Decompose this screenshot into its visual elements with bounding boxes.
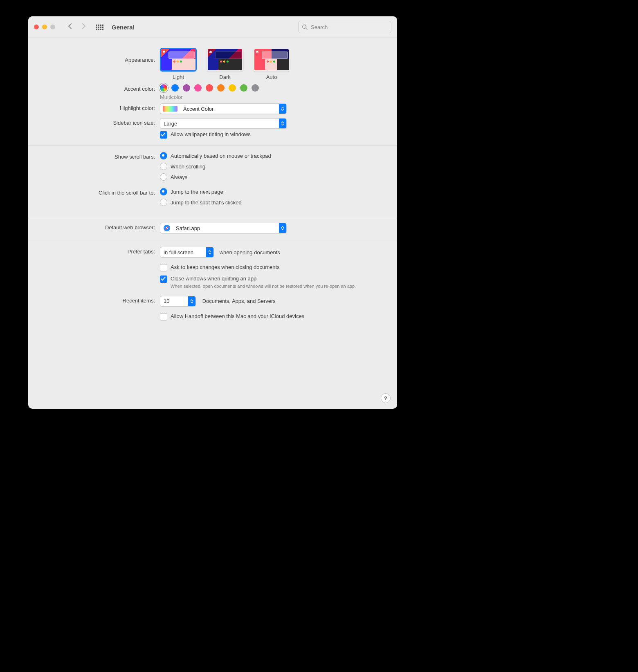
close-on-quit-label: Close windows when quitting an app: [171, 276, 256, 282]
forward-button[interactable]: [81, 23, 86, 31]
show-all-button[interactable]: [96, 25, 103, 30]
divider: [28, 240, 397, 240]
highlight-popup[interactable]: Accent Color: [160, 103, 287, 114]
nav-buttons: [67, 23, 86, 31]
popup-stepper-icon: [279, 119, 286, 128]
popup-stepper-icon: [279, 104, 286, 114]
search-icon: [302, 24, 308, 30]
prefertabs-suffix: when opening documents: [220, 249, 280, 255]
appearance-option-dark[interactable]: 🟏 Dark: [207, 48, 243, 80]
scrollclick-page-radio[interactable]: [160, 188, 167, 195]
sidebar-size-value: Large: [160, 121, 279, 127]
browser-value: Safari.app: [173, 225, 279, 231]
scrollbars-label: Show scroll bars:: [36, 152, 160, 160]
browser-popup[interactable]: Safari.app: [160, 223, 287, 233]
divider: [28, 145, 397, 146]
chevron-right-icon: [81, 23, 86, 29]
titlebar: General: [28, 16, 397, 38]
recent-popup[interactable]: 10: [160, 296, 196, 307]
popup-stepper-icon: [206, 247, 213, 257]
scrollbars-scrolling-radio[interactable]: [160, 163, 167, 170]
accent-label: Accent color:: [36, 84, 160, 92]
scrollclick-page-label: Jump to the next page: [171, 189, 223, 195]
help-icon: ?: [384, 395, 387, 401]
window-controls: [34, 25, 55, 29]
safari-icon: [164, 225, 170, 231]
scrollclick-label: Click in the scroll bar to:: [36, 188, 160, 196]
zoom-window-button[interactable]: [50, 25, 55, 29]
close-window-button[interactable]: [34, 25, 39, 29]
scrollclick-spot-radio[interactable]: [160, 199, 167, 206]
search-input[interactable]: [310, 24, 388, 31]
accent-green[interactable]: [240, 84, 247, 92]
popup-stepper-icon: [188, 296, 195, 306]
search-field[interactable]: [298, 21, 391, 33]
chevron-left-icon: [67, 23, 72, 29]
accent-yellow[interactable]: [229, 84, 236, 92]
scrollbars-auto-radio[interactable]: [160, 152, 167, 159]
accent-purple[interactable]: [183, 84, 190, 92]
accent-red[interactable]: [206, 84, 213, 92]
ask-keep-changes-label: Ask to keep changes when closing documen…: [171, 264, 280, 270]
close-on-quit-checkbox[interactable]: [160, 276, 167, 283]
sidebar-size-popup[interactable]: Large: [160, 118, 287, 129]
appearance-thumb-auto: 🟏: [253, 48, 290, 72]
accent-orange[interactable]: [217, 84, 225, 92]
browser-label: Default web browser:: [36, 223, 160, 231]
appearance-thumb-dark: 🟏: [207, 48, 243, 72]
recent-suffix: Documents, Apps, and Servers: [202, 298, 276, 304]
close-on-quit-hint: When selected, open documents and window…: [171, 283, 356, 289]
highlight-label: Highlight color:: [36, 103, 160, 111]
scrollclick-spot-label: Jump to the spot that's clicked: [171, 199, 242, 206]
recent-label: Recent items:: [36, 296, 160, 304]
back-button[interactable]: [67, 23, 72, 31]
scrollbars-always-radio[interactable]: [160, 173, 167, 181]
appearance-caption-light: Light: [160, 74, 197, 80]
appearance-option-light[interactable]: 🟏 Light: [160, 48, 197, 80]
wallpaper-tint-label: Allow wallpaper tinting in windows: [171, 131, 251, 137]
highlight-swatch-icon: [163, 106, 177, 112]
page-title: General: [112, 24, 135, 31]
divider: [28, 216, 397, 216]
scrollbars-auto-label: Automatically based on mouse or trackpad: [171, 153, 271, 159]
accent-caption: Multicolor: [160, 94, 389, 100]
accent-pink[interactable]: [194, 84, 202, 92]
prefertabs-popup[interactable]: in full screen: [160, 247, 214, 258]
accent-multicolor[interactable]: [160, 84, 167, 92]
scrollbars-always-label: Always: [171, 174, 187, 180]
sidebar-label: Sidebar icon size:: [36, 118, 160, 126]
appearance-caption-dark: Dark: [207, 74, 243, 80]
prefertabs-value: in full screen: [160, 249, 206, 255]
preferences-window: General Appearance: 🟏 L: [28, 16, 397, 409]
svg-line-1: [306, 28, 308, 30]
appearance-caption-auto: Auto: [253, 74, 290, 80]
appearance-option-auto[interactable]: 🟏 Auto: [253, 48, 290, 80]
appearance-thumb-light: 🟏: [160, 48, 197, 72]
prefertabs-label: Prefer tabs:: [36, 247, 160, 255]
help-button[interactable]: ?: [381, 393, 391, 403]
highlight-value: Accent Color: [180, 106, 279, 112]
accent-blue[interactable]: [171, 84, 179, 92]
wallpaper-tint-checkbox[interactable]: [160, 131, 167, 139]
accent-graphite[interactable]: [252, 84, 259, 92]
scrollbars-scrolling-label: When scrolling: [171, 164, 205, 170]
popup-stepper-icon: [279, 223, 286, 233]
handoff-label: Allow Handoff between this Mac and your …: [171, 313, 304, 319]
handoff-checkbox[interactable]: [160, 313, 167, 320]
recent-value: 10: [160, 298, 188, 304]
minimize-window-button[interactable]: [42, 25, 47, 29]
appearance-label: Appearance:: [36, 48, 160, 63]
ask-keep-changes-checkbox[interactable]: [160, 264, 167, 271]
